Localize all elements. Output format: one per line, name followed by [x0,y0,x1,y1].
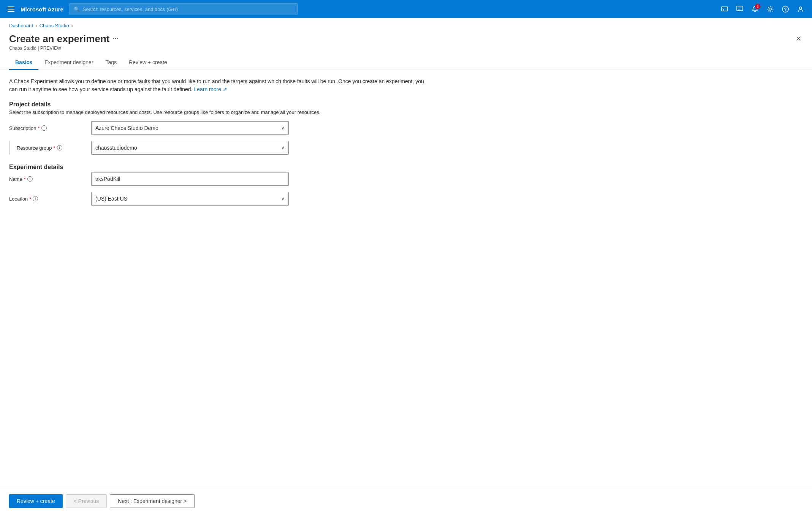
breadcrumb-chaos-studio[interactable]: Chaos Studio [40,23,69,28]
svg-point-4 [785,11,786,11]
resource-group-label: Resource group * i [9,141,85,155]
location-info-icon[interactable]: i [33,196,38,201]
cloud-shell-icon[interactable] [718,2,731,16]
previous-button: < Previous [66,494,107,508]
description-text: A Chaos Experiment allows you to define … [9,77,427,93]
help-icon[interactable] [779,2,792,16]
svg-rect-0 [722,7,728,11]
location-value: (US) East US [95,196,127,202]
subscription-row: Subscription * i Azure Chaos Studio Demo… [9,121,803,135]
rg-chevron: ∨ [281,145,285,150]
tab-tags[interactable]: Tags [100,55,123,70]
location-dropdown[interactable]: (US) East US ∨ [91,192,289,206]
name-label: Name * i [9,176,85,182]
topbar: Microsoft Azure 🔍 2 [0,0,812,18]
name-input[interactable] [91,172,289,186]
rg-left-border [9,141,10,155]
breadcrumb-sep-1: › [36,23,37,28]
name-info-icon[interactable]: i [27,176,33,182]
breadcrumb: Dashboard › Chaos Studio › [0,18,812,30]
settings-icon[interactable] [763,2,777,16]
resource-group-dropdown[interactable]: chaosstudiodemo ∨ [91,141,289,155]
subscription-info-icon[interactable]: i [41,125,47,131]
location-required: * [29,196,31,202]
main-content: A Chaos Experiment allows you to define … [0,70,812,488]
subscription-dropdown[interactable]: Azure Chaos Studio Demo ∨ [91,121,289,135]
project-details-section: Project details Select the subscription … [9,101,803,155]
review-create-button[interactable]: Review + create [9,494,63,508]
ellipsis-menu[interactable]: ··· [112,35,118,43]
page-subtitle: Chaos Studio | PREVIEW [9,46,118,51]
page-header: Create an experiment ··· Chaos Studio | … [0,30,812,51]
topbar-actions: 2 [718,2,807,16]
subscription-chevron: ∨ [281,125,285,131]
name-required: * [24,176,26,182]
search-input[interactable] [83,6,293,12]
hamburger-menu[interactable] [5,3,17,15]
notifications-icon[interactable]: 2 [748,2,762,16]
svg-point-2 [769,8,771,10]
resource-group-row: Resource group * i chaosstudiodemo ∨ [9,141,803,155]
experiment-details-title: Experiment details [9,164,803,171]
feedback-icon[interactable] [733,2,747,16]
breadcrumb-sep-2: › [71,23,73,28]
learn-more-link[interactable]: Learn more ↗ [194,86,227,92]
name-row: Name * i [9,172,803,186]
tab-review-create[interactable]: Review + create [123,55,173,70]
rg-info-icon[interactable]: i [57,145,62,150]
rg-required: * [54,145,55,151]
brand-name: Microsoft Azure [21,6,63,13]
tab-bar: Basics Experiment designer Tags Review +… [0,55,812,70]
location-row: Location * i (US) East US ∨ [9,192,803,206]
page-title-text: Create an experiment [9,33,109,45]
footer: Review + create < Previous Next : Experi… [0,488,812,514]
tab-experiment-designer[interactable]: Experiment designer [38,55,99,70]
svg-rect-1 [737,6,743,11]
subscription-label: Subscription * i [9,125,85,131]
project-details-subtitle: Select the subscription to manage deploy… [9,109,803,115]
breadcrumb-dashboard[interactable]: Dashboard [9,23,33,28]
subscription-value: Azure Chaos Studio Demo [95,125,158,131]
profile-icon[interactable] [794,2,807,16]
svg-point-5 [799,7,802,9]
search-bar[interactable]: 🔍 [70,3,298,15]
experiment-details-section: Experiment details Name * i Location * i [9,164,803,206]
close-button[interactable]: ✕ [794,33,803,44]
location-chevron: ∨ [281,196,285,201]
next-button[interactable]: Next : Experiment designer > [110,494,195,508]
project-details-title: Project details [9,101,803,108]
resource-group-value: chaosstudiodemo [95,145,137,151]
subscription-required: * [38,125,40,131]
tab-basics[interactable]: Basics [9,55,38,70]
search-icon: 🔍 [74,6,80,12]
location-label: Location * i [9,196,85,202]
notification-badge: 2 [755,4,760,9]
